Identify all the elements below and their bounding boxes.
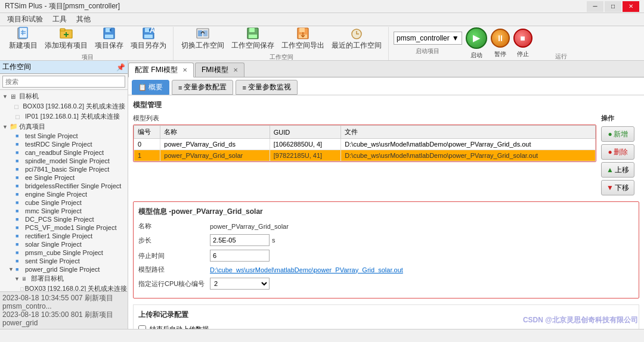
- export-workspace-button[interactable]: 工作空间导出: [278, 26, 327, 52]
- info-row-name: 名称 power_PVarray_Grid_solar: [138, 222, 634, 231]
- add-existing-project-button[interactable]: 添加现有项目: [42, 26, 91, 52]
- inner-tab-overview[interactable]: 📋 概要: [132, 80, 169, 95]
- tree-item-ip01[interactable]: □ IP01 [192.168.0.1] 关机或未连接: [0, 111, 128, 122]
- cpu-selector[interactable]: 2: [210, 278, 270, 290]
- svg-text:A: A: [150, 26, 155, 35]
- project-selector-dropdown[interactable]: pmsm_controller ▼: [394, 32, 462, 45]
- model-table-wrapper: 模型列表 编号 名称 GUID 文件: [133, 114, 596, 162]
- tree-item-simprojects[interactable]: ▼ 📁 仿真项目: [0, 122, 128, 132]
- content-area: 配置 FMI模型 ✕ FMI模型 ✕ 📋 概要 ≡ 变量参数配置 ≡ 变量参数监…: [128, 61, 644, 329]
- tab-fmi-label: FMI模型: [202, 65, 228, 75]
- tree-item-can[interactable]: ■ can_readbuf Single Project: [0, 148, 128, 157]
- table-row-1[interactable]: 1 power_PVarray_Grid_solar [97822185U, 4…: [134, 150, 596, 161]
- var-monitor-label: 变量参数监视: [248, 82, 291, 92]
- inner-tab-var-monitor[interactable]: ≡ 变量参数监视: [236, 80, 297, 95]
- modelpath-field-label: 模型路径: [138, 265, 210, 274]
- maximize-button[interactable]: □: [605, 1, 621, 12]
- tab-configure-fmi-label: 配置 FMI模型: [135, 65, 178, 75]
- sent-icon: ■: [16, 258, 24, 264]
- delete-model-button[interactable]: ● 删除: [601, 144, 634, 160]
- modelpath-link[interactable]: D:\cube_ws\usrModel\matlabDemo\power_PVa…: [210, 266, 403, 273]
- tree-item-testRDC[interactable]: ■ testRDC Single Project: [0, 140, 128, 148]
- deploy-icon: 🖥: [21, 276, 30, 282]
- stop-button[interactable]: ■: [513, 29, 532, 48]
- info-row-step: 步长 s: [138, 234, 634, 246]
- tab-fmi[interactable]: FMI模型 ✕: [195, 63, 244, 77]
- tree-item-spindle[interactable]: ■ spindle_model Single Project: [0, 157, 128, 165]
- tree-item-test[interactable]: ■ test Single Project: [0, 132, 128, 140]
- save-project-as-button[interactable]: A 项目另存为: [128, 26, 169, 52]
- stoptime-field-input[interactable]: [210, 250, 270, 262]
- step-field-input[interactable]: [210, 234, 270, 246]
- delete-model-icon: ●: [608, 148, 612, 156]
- start-run-button[interactable]: ▶: [466, 27, 487, 49]
- panel-content: 模型管理 模型列表 编号 名称 GUID 文件: [128, 95, 644, 329]
- auto-upload-checkbox[interactable]: [138, 325, 146, 329]
- pcsvf-icon: ■: [16, 225, 24, 231]
- tree-item-rectifier1[interactable]: ■ rectifier1 Single Project: [0, 232, 128, 240]
- sidebar-pin-icon[interactable]: 📌: [116, 63, 125, 71]
- tree-item-engine[interactable]: ■ engine Single Project: [0, 190, 128, 198]
- tab2-close-icon[interactable]: ✕: [233, 67, 238, 73]
- tree-item-pcsvf[interactable]: ■ PCS_VF_mode1 Single Project: [0, 223, 128, 232]
- cell-name-0: power_PVarray_Grid_ds: [160, 139, 270, 150]
- tree-item-deploy-targets[interactable]: ▼ 🖥 部署目标机: [0, 273, 128, 284]
- tree-item-cube[interactable]: ■ cube Single Project: [0, 198, 128, 207]
- spindle-icon: ■: [16, 158, 24, 164]
- search-input[interactable]: [2, 76, 125, 88]
- minimize-button[interactable]: ─: [587, 1, 603, 12]
- close-button[interactable]: ✕: [623, 1, 639, 12]
- recent-workspace-button[interactable]: 最近的工作空间: [329, 26, 385, 52]
- menu-project[interactable]: 项目和试验: [2, 13, 48, 26]
- new-project-icon: [16, 26, 30, 41]
- switch-workspace-button[interactable]: 切换工作空间: [178, 26, 227, 52]
- tree-item-power-grid[interactable]: ▼ ■ power_grid Single Project: [0, 265, 128, 273]
- tab-close-icon[interactable]: ✕: [182, 67, 187, 73]
- tree-item-ee[interactable]: ■ ee Single Project: [0, 173, 128, 182]
- cube-icon: ■: [16, 200, 24, 206]
- menu-tools[interactable]: 工具: [48, 13, 72, 26]
- log-line-2: 2023-08-18 10:35:00 801 刷新项目 power_grid: [2, 310, 125, 327]
- pause-button[interactable]: ⏸: [491, 29, 510, 48]
- test-project-icon: ■: [16, 133, 24, 139]
- step-unit: s: [272, 237, 275, 244]
- mmc-icon: ■: [16, 208, 24, 214]
- tree-item-dcpcs[interactable]: ■ DC_PCS Single Project: [0, 215, 128, 223]
- tree-item-pci7841[interactable]: ■ pci7841_basic Single Project: [0, 165, 128, 173]
- switch-workspace-icon: [196, 26, 210, 41]
- inner-tab-var-config[interactable]: ≡ 变量参数配置: [172, 80, 233, 95]
- cpu-field-label: 指定运行CPU核心编号: [138, 279, 210, 288]
- save-workspace-button[interactable]: 工作空间保存: [228, 26, 277, 52]
- new-project-button[interactable]: 新建项目: [6, 26, 41, 52]
- tree-item-bridgeless[interactable]: ■ bridgelessRectifier Single Project: [0, 182, 128, 190]
- new-model-button[interactable]: ● 新增: [601, 126, 634, 142]
- pause-label: 暂停: [494, 50, 506, 58]
- bridgeless-icon: ■: [16, 183, 24, 189]
- menu-other[interactable]: 其他: [72, 13, 95, 26]
- sidebar-footer: 2023-08-18 10:34:55 007 刷新项目 pmsm_contro…: [0, 291, 128, 329]
- stoptime-field-label: 停止时间: [138, 251, 210, 260]
- save-project-button[interactable]: 项目保存: [92, 26, 126, 52]
- tree-item-box03-sub[interactable]: □ BOX03 [192.168.0.2] 关机或未连接: [0, 284, 128, 291]
- table-row-0[interactable]: 0 power_PVarray_Grid_ds [106628850U, 4] …: [134, 139, 596, 150]
- tree-item-targets[interactable]: ▼ 🖥 目标机: [0, 91, 128, 101]
- deploy-label: 部署目标机: [31, 274, 64, 283]
- tree-item-sent[interactable]: ■ sent Single Project: [0, 257, 128, 265]
- tree-item-box03[interactable]: □ BOX03 [192.168.0.2] 关机或未连接: [0, 101, 128, 111]
- cell-name-1: power_PVarray_Grid_solar: [160, 150, 270, 161]
- solar-icon: ■: [16, 241, 24, 247]
- tree-item-mmc[interactable]: ■ mmc Single Project: [0, 207, 128, 215]
- can-icon: ■: [16, 150, 24, 156]
- engine-label: engine Single Project: [25, 191, 87, 198]
- tab-configure-fmi[interactable]: 配置 FMI模型 ✕: [128, 63, 194, 77]
- info-row-stoptime: 停止时间: [138, 250, 634, 262]
- tree-item-pmsm-cube[interactable]: ■ pmsm_cube Single Project: [0, 248, 128, 257]
- cell-guid-0: [106628850U, 4]: [270, 139, 341, 150]
- simprojects-label: 仿真项目: [19, 122, 45, 131]
- ee-label: ee Single Project: [25, 174, 75, 181]
- toolbar-group-project: 新建项目 添加现有项目 项目保存 A 项目另存为 项目: [2, 27, 174, 60]
- move-down-button[interactable]: ▼ 下移: [601, 180, 634, 195]
- move-up-button[interactable]: ▲ 上移: [601, 162, 634, 178]
- tree-item-solar[interactable]: ■ solar Single Project: [0, 240, 128, 248]
- sidebar-header: 工作空间 📌: [0, 61, 128, 74]
